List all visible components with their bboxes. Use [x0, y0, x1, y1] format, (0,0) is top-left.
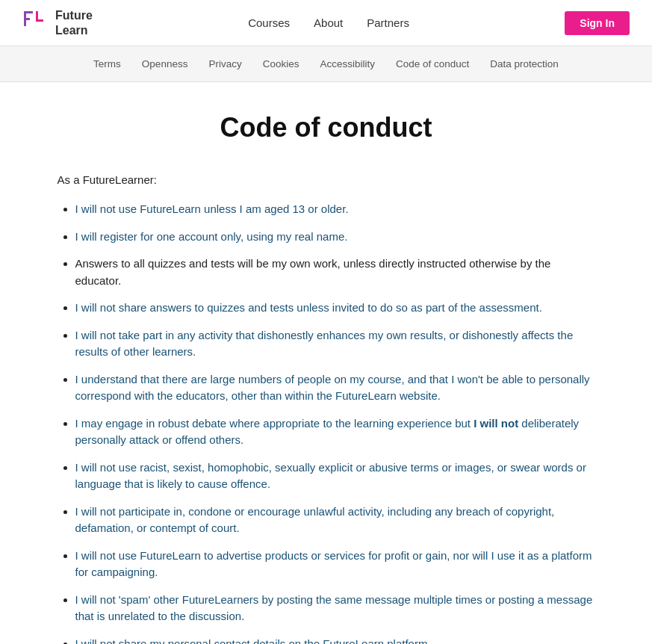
page-title: Code of conduct — [58, 112, 595, 143]
conduct-item-text: I may engage in robust debate where appr… — [75, 417, 580, 447]
nav-partners[interactable]: Partners — [367, 16, 409, 29]
sub-nav-data-protection[interactable]: Data protection — [490, 58, 559, 69]
list-item: I will register for one account only, us… — [75, 229, 595, 246]
sub-nav-openness[interactable]: Openness — [142, 58, 188, 69]
svg-rect-2 — [24, 18, 30, 20]
conduct-item-text: I will not take part in any activity tha… — [75, 329, 574, 359]
list-item: I may engage in robust debate where appr… — [75, 415, 595, 449]
conduct-item-text: I will not participate in, condone or en… — [75, 505, 555, 535]
conduct-item-text: I will not use FutureLearn to advertise … — [75, 549, 592, 579]
conduct-item-text: Answers to all quizzes and tests will be… — [75, 257, 551, 287]
svg-rect-4 — [36, 19, 43, 22]
list-item: I will not participate in, condone or en… — [75, 504, 595, 537]
conduct-item-text: I will not share my personal contact det… — [75, 637, 431, 645]
list-item: Answers to all quizzes and tests will be… — [75, 256, 595, 289]
sign-in-button[interactable]: Sign In — [565, 11, 630, 35]
list-item: I will not use FutureLearn to advertise … — [75, 548, 595, 581]
nav-about[interactable]: About — [314, 16, 343, 29]
site-header: Future Learn Courses About Partners Sign… — [0, 0, 652, 46]
list-item: I will not take part in any activity tha… — [75, 327, 595, 361]
conduct-item-text: I will not 'spam' other FutureLearners b… — [75, 593, 593, 623]
conduct-item-text: I will not share answers to quizzes and … — [75, 301, 542, 314]
main-nav: Courses About Partners — [248, 16, 409, 29]
conduct-item-text: I will register for one account only, us… — [75, 230, 348, 243]
list-item: I understand that there are large number… — [75, 371, 595, 405]
intro-text: As a FutureLearner: — [58, 173, 595, 186]
conduct-item-text: I understand that there are large number… — [75, 373, 590, 403]
main-content: Code of conduct As a FutureLearner: I wi… — [43, 82, 610, 644]
nav-courses[interactable]: Courses — [248, 16, 290, 29]
sub-nav-privacy[interactable]: Privacy — [208, 58, 241, 69]
conduct-item-text: I will not use racist, sexist, homophobi… — [75, 461, 586, 491]
list-item: I will not share my personal contact det… — [75, 636, 595, 645]
logo-icon — [22, 10, 49, 37]
logo[interactable]: Future Learn — [22, 8, 93, 37]
logo-text: Future Learn — [55, 8, 93, 37]
sub-nav-code-of-conduct[interactable]: Code of conduct — [396, 58, 469, 69]
sub-nav-cookies[interactable]: Cookies — [263, 58, 299, 69]
list-item: I will not use racist, sexist, homophobi… — [75, 459, 595, 493]
sub-nav-terms[interactable]: Terms — [93, 58, 121, 69]
list-item: I will not 'spam' other FutureLearners b… — [75, 592, 595, 625]
list-item: I will not use FutureLearn unless I am a… — [75, 201, 595, 218]
conduct-item-text: I will not use FutureLearn unless I am a… — [75, 202, 349, 215]
list-item: I will not share answers to quizzes and … — [75, 300, 595, 317]
sub-nav: Terms Openness Privacy Cookies Accessibi… — [0, 46, 652, 82]
sub-nav-accessibility[interactable]: Accessibility — [320, 58, 375, 69]
conduct-list: I will not use FutureLearn unless I am a… — [58, 201, 595, 644]
